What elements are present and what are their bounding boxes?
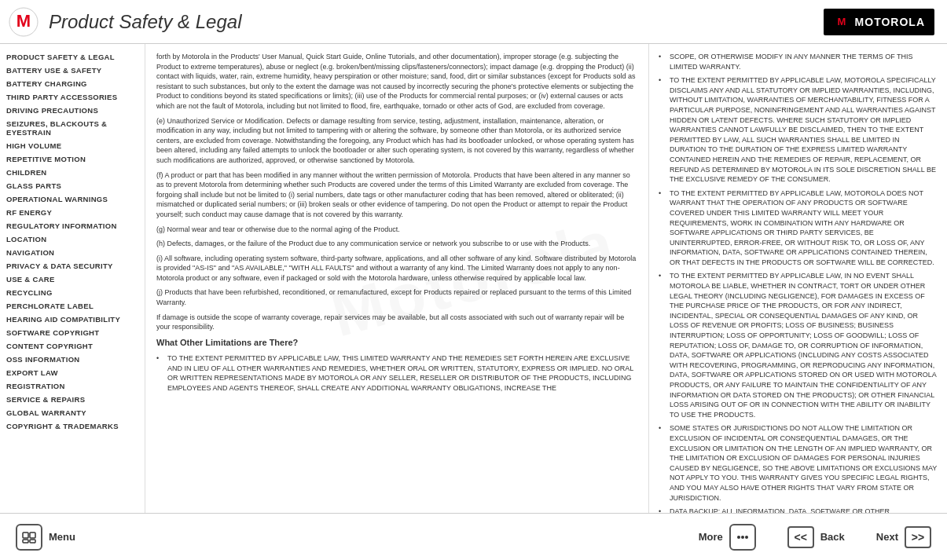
center-paragraph: (g) Normal wear and tear or otherwise du… [156,225,637,235]
center-paragraph: (f) A product or part that has been modi… [156,170,637,220]
sidebar-item-location[interactable]: LOCATION [0,232,145,246]
next-button[interactable]: Next >> [876,524,931,551]
bullet-text: TO THE EXTENT PERMITTED BY APPLICABLE LA… [670,75,938,185]
sidebar-item-copyright-trademarks[interactable]: COPYRIGHT & TRADEMARKS [0,419,145,433]
back-icon: << [787,526,814,548]
svg-point-9 [741,536,744,539]
sidebar-item-battery-use[interactable]: BATTERY USE & SAFETY [0,64,145,77]
sidebar-item-software-copyright[interactable]: SOFTWARE COPYRIGHT [0,326,145,339]
svg-rect-5 [30,533,35,538]
sidebar-item-oss[interactable]: OSS INFORMATION [0,353,145,366]
sidebar-item-battery-charging[interactable]: BATTERY CHARGING [0,77,145,90]
back-label: Back [820,531,845,543]
sidebar-item-navigation[interactable]: NAVIGATION [0,246,145,259]
sidebar-item-recycling[interactable]: RECYCLING [0,286,145,299]
back-button[interactable]: << Back [787,524,845,551]
svg-text:M: M [837,16,846,27]
menu-button[interactable]: Menu [16,524,75,551]
center-paragraph: forth by Motorola in the Products' User … [156,52,637,112]
bullet-symbol: • [659,188,665,268]
right-bullet-item: •SOME STATES OR JURISDICTIONS DO NOT ALL… [659,423,938,503]
motorola-brand-label: MOTOROLA [855,16,925,28]
more-button[interactable]: More [699,524,756,551]
sidebar-item-content-copyright[interactable]: CONTENT COPYRIGHT [0,339,145,353]
more-label: More [699,531,723,543]
motorola-logo-left: M [8,6,39,38]
sidebar-item-high-volume[interactable]: HIGH VOLUME [0,139,145,152]
sidebar-item-third-party[interactable]: THIRD PARTY ACCESSORIES [0,90,145,104]
more-icon [729,524,756,551]
svg-rect-6 [23,540,28,543]
bullet-text: TO THE EXTENT PERMITTED BY APPLICABLE LA… [670,271,938,419]
right-bullet-item: •TO THE EXTENT PERMITTED BY APPLICABLE L… [659,271,938,419]
motorola-badge-logo-icon: M [833,13,850,31]
sidebar-item-privacy[interactable]: PRIVACY & DATA SECURITY [0,259,145,273]
bullet-symbol: • [659,423,665,503]
header-right: M MOTOROLA [824,9,934,35]
bullet-symbol: • [156,353,163,393]
sidebar: PRODUCT SAFETY & LEGALBATTERY USE & SAFE… [0,44,145,513]
menu-icon [16,524,42,551]
sidebar-item-children[interactable]: CHILDREN [0,166,145,179]
center-paragraph: (h) Defects, damages, or the failure of … [156,239,637,249]
svg-point-10 [745,536,748,539]
menu-label: Menu [49,531,75,543]
right-bullet-item: •SCOPE, OR OTHERWISE MODIFY IN ANY MANNE… [659,52,938,71]
header: M Product Safety & Legal M MOTOROLA [0,0,947,44]
bullet-symbol: • [659,271,665,419]
bullet-symbol: • [659,75,665,185]
footer: Menu More << Back Next >> [0,513,947,560]
center-paragraph: (i) All software, including operating sy… [156,254,637,284]
right-bullet-item: •TO THE EXTENT PERMITTED BY APPLICABLE L… [659,188,938,268]
next-icon: >> [905,526,931,548]
svg-rect-4 [23,533,28,538]
right-bullet-item: •TO THE EXTENT PERMITTED BY APPLICABLE L… [659,75,938,185]
center-paragraph: (j) Products that have been refurbished,… [156,287,637,307]
sidebar-item-regulatory[interactable]: REGULATORY INFORMATION [0,219,145,232]
motorola-badge: M MOTOROLA [824,9,934,35]
svg-rect-7 [30,540,35,543]
bullet-text: TO THE EXTENT PERMITTED BY APPLICABLE LA… [670,188,938,268]
sidebar-item-driving[interactable]: DRIVING PRECAUTIONS [0,104,145,117]
center-section-heading: What Other Limitations are There? [156,337,637,349]
sidebar-item-product-safety[interactable]: PRODUCT SAFETY & LEGAL [0,50,145,64]
right-bullet-item: •DATA BACKUP: ALL INFORMATION, DATA, SOF… [659,507,938,513]
bullet-text: SCOPE, OR OTHERWISE MODIFY IN ANY MANNER… [670,52,938,71]
sidebar-item-operational-warnings[interactable]: OPERATIONAL WARNINGS [0,192,145,206]
sidebar-item-repetitive-motion[interactable]: REPETITIVE MOTION [0,152,145,166]
bullet-symbol: • [659,507,665,513]
sidebar-item-seizures[interactable]: SEIZURES, BLACKOUTS & EYESTRAIN [0,117,145,139]
sidebar-item-rf-energy[interactable]: RF ENERGY [0,206,145,219]
right-content: •SCOPE, OR OTHERWISE MODIFY IN ANY MANNE… [648,44,947,513]
page-title: Product Safety & Legal [49,11,241,33]
center-paragraph: (e) Unauthorized Service or Modification… [156,116,637,166]
bullet-symbol: • [659,52,665,71]
bullet-text: TO THE EXTENT PERMITTED BY APPLICABLE LA… [167,353,637,393]
sidebar-item-global-warranty[interactable]: GLOBAL WARRANTY [0,406,145,419]
bullet-text: SOME STATES OR JURISDICTIONS DO NOT ALLO… [670,423,938,503]
sidebar-item-registration[interactable]: REGISTRATION [0,379,145,393]
svg-point-8 [737,536,740,539]
sidebar-item-export-law[interactable]: EXPORT LAW [0,366,145,379]
center-paragraph: If damage is outside the scope of warran… [156,313,637,332]
sidebar-item-use-care[interactable]: USE & CARE [0,273,145,286]
svg-text:M: M [17,11,31,31]
sidebar-item-perchlorate[interactable]: PERCHLORATE LABEL [0,299,145,313]
next-label: Next [876,531,898,543]
bullet-text: DATA BACKUP: ALL INFORMATION, DATA, SOFT… [670,507,938,513]
sidebar-item-service-repairs[interactable]: SERVICE & REPAIRS [0,393,145,406]
center-content: forth by Motorola in the Products' User … [145,44,648,513]
sidebar-item-hearing-aid[interactable]: HEARING AID COMPATIBILITY [0,313,145,326]
center-bullet-item: •TO THE EXTENT PERMITTED BY APPLICABLE L… [156,353,637,393]
main-content: PRODUCT SAFETY & LEGALBATTERY USE & SAFE… [0,44,947,513]
sidebar-item-glass-parts[interactable]: GLASS PARTS [0,179,145,192]
footer-right: More << Back Next >> [699,524,931,551]
header-left: M Product Safety & Legal [8,6,241,38]
